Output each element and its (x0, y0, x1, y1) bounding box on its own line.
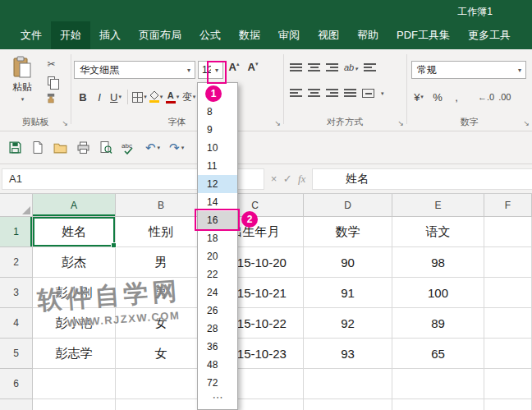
cell-E6[interactable] (392, 369, 484, 399)
print-icon[interactable] (76, 141, 90, 154)
font-size-option-10[interactable]: 10 (198, 139, 237, 157)
cell-E7[interactable] (392, 399, 484, 410)
open-folder-icon[interactable] (53, 141, 67, 154)
undo-button[interactable]: ↶▾ (145, 141, 160, 154)
number-format-dropdown-arrow[interactable]: ▾ (514, 67, 525, 74)
middle-align-icon[interactable] (308, 63, 320, 72)
paste-button[interactable]: 粘贴 ▾ (5, 56, 39, 113)
format-painter-icon[interactable] (46, 93, 57, 104)
paste-dropdown-arrow[interactable]: ▾ (21, 96, 25, 103)
cell-E4[interactable]: 89 (392, 308, 484, 339)
tab-formulas[interactable]: 公式 (190, 21, 230, 49)
fill-color-dropdown-arrow[interactable]: ▾ (160, 94, 163, 100)
fill-color-button[interactable]: ▾ (149, 87, 163, 107)
underline-dropdown-arrow[interactable]: ▾ (118, 94, 122, 100)
tab-help[interactable]: 帮助 (348, 21, 388, 49)
font-size-option-22[interactable]: 22 (198, 265, 237, 283)
cell-F7[interactable] (484, 399, 532, 410)
accounting-format-button[interactable]: ¥▾ (411, 87, 426, 107)
borders-button[interactable]: ▾ (132, 87, 147, 107)
cell-F6[interactable] (484, 369, 532, 399)
cancel-icon[interactable]: × (271, 173, 277, 185)
tab-more-tools[interactable]: 更多工具 (459, 21, 520, 49)
font-color-dropdown-arrow[interactable]: ▾ (177, 94, 180, 100)
col-header-D[interactable]: D (304, 194, 392, 217)
decrease-font-size-button[interactable]: A▾ (245, 61, 261, 79)
cell-E3[interactable]: 100 (392, 278, 484, 308)
font-size-option-8[interactable]: 8 (198, 103, 237, 121)
cell-B2[interactable]: 男 (116, 247, 207, 278)
cell-F4[interactable] (484, 308, 532, 339)
formula-bar[interactable]: 姓名 (312, 168, 532, 190)
cell-A2[interactable]: 彭杰 (33, 247, 116, 278)
save-icon[interactable] (8, 141, 22, 154)
row-header-7[interactable] (0, 399, 33, 410)
bottom-align-icon[interactable] (326, 63, 338, 72)
align-left-icon[interactable] (290, 89, 302, 98)
phonetic-guide-button[interactable]: 变▾ (181, 87, 196, 107)
cell-A5[interactable]: 彭志学 (33, 339, 116, 369)
cell-A3[interactable]: 彭小刚 (33, 278, 116, 308)
cell-D7[interactable] (304, 399, 392, 410)
comma-style-button[interactable]: , (449, 87, 464, 107)
font-dialog-launcher[interactable]: ↘ (274, 120, 281, 127)
cut-icon[interactable]: ✂ (47, 59, 55, 69)
cell-E1[interactable]: 语文 (392, 217, 484, 247)
spell-check-icon[interactable]: abc (122, 141, 136, 154)
copy-icon[interactable] (48, 76, 55, 85)
cell-D4[interactable]: 92 (304, 308, 392, 339)
row-header-5[interactable]: 5 (0, 339, 33, 369)
increase-font-size-button[interactable]: A▴ (226, 61, 242, 79)
font-size-option-9[interactable]: 9 (198, 121, 237, 139)
bold-button[interactable]: B (76, 87, 90, 107)
borders-dropdown-arrow[interactable]: ▾ (144, 94, 147, 100)
number-format-combo[interactable]: 常规 ▾ (411, 61, 526, 79)
font-size-option-36[interactable]: 36 (198, 338, 237, 356)
print-preview-icon[interactable] (99, 141, 112, 154)
cell-D6[interactable] (304, 369, 392, 399)
col-header-F[interactable]: F (484, 194, 532, 217)
font-size-option-20[interactable]: 20 (198, 247, 237, 265)
cell-F1[interactable] (484, 217, 532, 247)
orientation-dropdown-arrow[interactable]: ▾ (355, 66, 358, 71)
accounting-dropdown-arrow[interactable]: ▾ (420, 94, 424, 100)
font-size-option-24[interactable]: 24 (198, 283, 237, 302)
undo-dropdown-arrow[interactable]: ▾ (158, 145, 161, 151)
alignment-dialog-launcher[interactable]: ↘ (397, 120, 404, 127)
font-size-option-48[interactable]: 48 (198, 356, 237, 374)
decrease-decimal-button[interactable]: .00 (498, 92, 511, 102)
cell-E2[interactable]: 98 (392, 247, 484, 278)
cell-B3[interactable]: 男 (116, 278, 207, 308)
cell-A1[interactable]: 姓名 (33, 217, 116, 247)
font-size-option-11[interactable]: 11 (198, 157, 237, 175)
font-size-option-18[interactable]: 18 (198, 229, 237, 247)
cell-B4[interactable]: 女 (116, 308, 207, 339)
align-center-icon[interactable] (308, 89, 320, 98)
number-dialog-launcher[interactable]: ↘ (523, 120, 530, 127)
italic-button[interactable]: I (92, 87, 107, 107)
row-header-3[interactable]: 3 (0, 278, 33, 308)
tab-data[interactable]: 数据 (230, 21, 269, 49)
tab-review[interactable]: 审阅 (269, 21, 309, 49)
cell-D5[interactable]: 93 (304, 339, 392, 369)
col-header-E[interactable]: E (392, 194, 484, 217)
row-header-4[interactable]: 4 (0, 308, 33, 339)
cell-F5[interactable] (484, 339, 532, 369)
clipboard-dialog-launcher[interactable]: ↘ (62, 120, 68, 127)
redo-dropdown-arrow[interactable]: ▾ (181, 145, 185, 151)
cell-A6[interactable] (33, 369, 116, 399)
tab-insert[interactable]: 插入 (90, 21, 130, 49)
tab-pdf-tools[interactable]: PDF工具集 (388, 21, 459, 49)
font-size-option-28[interactable]: 28 (198, 320, 237, 338)
align-right-icon[interactable] (326, 89, 338, 98)
font-name-combo[interactable]: 华文细黑 ▾ (74, 61, 195, 79)
wrap-text-icon[interactable] (364, 63, 376, 72)
cell-A4[interactable]: 彭小艳 (33, 308, 116, 339)
font-size-option-72[interactable]: 72 (198, 374, 237, 392)
new-document-icon[interactable] (31, 141, 44, 154)
tab-view[interactable]: 视图 (309, 21, 348, 49)
row-header-1[interactable]: 1 (0, 217, 33, 247)
enter-icon[interactable]: ✓ (283, 173, 292, 185)
cell-B6[interactable] (116, 369, 207, 399)
orientation-button[interactable]: ab▾ (344, 62, 358, 72)
